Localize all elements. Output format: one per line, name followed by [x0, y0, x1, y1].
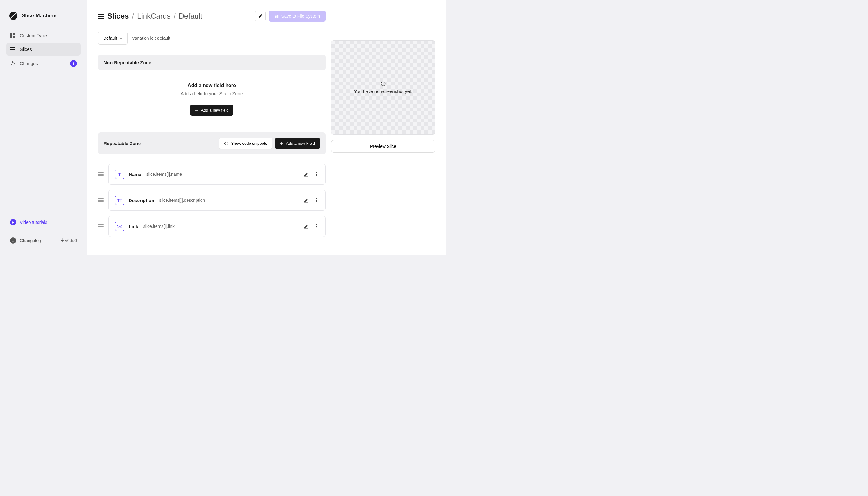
- field-row: Tᴛ Description slice.items[i].descriptio…: [98, 190, 326, 211]
- changelog-row[interactable]: i Changelog v0.5.0: [6, 232, 81, 244]
- nonrepeatable-zone-empty: Add a new field here Add a field to your…: [98, 71, 326, 133]
- svg-rect-5: [10, 50, 15, 51]
- menu-icon[interactable]: [98, 13, 104, 19]
- more-menu-icon[interactable]: [313, 171, 319, 177]
- add-field-button-static[interactable]: Add a new field: [190, 105, 234, 115]
- repeatable-zone-header: Repeatable Zone Show code snippets Add a…: [98, 133, 326, 154]
- sidebar: Slice Machine Custom Types Slices Change…: [0, 0, 87, 255]
- info-icon: i: [10, 237, 16, 244]
- sidebar-item-changes[interactable]: Changes 2: [6, 57, 81, 71]
- pencil-icon: [258, 14, 263, 19]
- zone-title: Non-Repeatable Zone: [104, 60, 151, 65]
- text-type-icon: T: [115, 170, 124, 179]
- field-actions: [304, 223, 319, 229]
- play-icon: [10, 219, 16, 226]
- sidebar-item-label: Changes: [20, 61, 38, 66]
- preview-label: Preview Slice: [370, 144, 396, 149]
- svg-point-7: [316, 174, 317, 175]
- svg-point-9: [316, 198, 317, 199]
- field-name: Description: [129, 198, 154, 203]
- pencil-icon[interactable]: [304, 223, 309, 229]
- sidebar-item-custom-types[interactable]: Custom Types: [6, 29, 81, 42]
- svg-point-12: [316, 224, 317, 225]
- header-actions: Save to File System: [255, 11, 326, 22]
- save-label: Save to File System: [281, 14, 320, 19]
- bolt-icon: [61, 238, 64, 243]
- more-menu-icon[interactable]: [313, 198, 319, 203]
- more-menu-icon[interactable]: [313, 223, 319, 229]
- slices-icon: [10, 46, 16, 52]
- save-button[interactable]: Save to File System: [269, 11, 326, 22]
- breadcrumb-default: Default: [179, 12, 202, 20]
- drag-handle-icon[interactable]: [98, 224, 104, 228]
- svg-point-6: [316, 172, 317, 173]
- right-panel: You have no screenshot yet. Preview Slic…: [331, 11, 435, 244]
- code-icon: [224, 141, 229, 146]
- show-snippets-label: Show code snippets: [231, 141, 267, 146]
- svg-point-14: [316, 228, 317, 229]
- field-row: T Name slice.items[i].name: [98, 164, 326, 185]
- video-tutorials-label: Video tutorials: [20, 220, 47, 225]
- breadcrumb-linkcards[interactable]: LinkCards: [137, 12, 170, 20]
- variation-dropdown[interactable]: Default: [98, 32, 128, 45]
- plus-icon: [280, 142, 284, 145]
- breadcrumb-root[interactable]: Slices: [107, 12, 129, 20]
- breadcrumb-sep: /: [132, 12, 134, 20]
- breadcrumb-sep: /: [174, 12, 176, 20]
- svg-point-11: [316, 202, 317, 202]
- sidebar-item-slices[interactable]: Slices: [6, 43, 81, 56]
- logo-row: Slice Machine: [0, 6, 87, 29]
- field-list: T Name slice.items[i].name Tᴛ Descriptio…: [98, 154, 326, 237]
- field-name: Link: [129, 224, 138, 229]
- add-field-button-repeat[interactable]: Add a new Field: [275, 138, 320, 149]
- dashboard-icon: [10, 33, 16, 38]
- richtext-type-icon: Tᴛ: [115, 196, 124, 205]
- nonrepeatable-zone-header: Non-Repeatable Zone: [98, 55, 326, 71]
- variation-selected: Default: [103, 36, 117, 41]
- add-field-label: Add a new field: [201, 108, 229, 112]
- zone-actions: Show code snippets Add a new Field: [219, 138, 320, 149]
- add-field-label: Add a new Field: [286, 141, 315, 146]
- show-snippets-button[interactable]: Show code snippets: [219, 138, 272, 149]
- empty-title: Add a new field here: [104, 83, 319, 88]
- field-card-link: Link slice.items[i].link: [108, 216, 326, 237]
- page-header: Slices / LinkCards / Default Save to Fil…: [98, 11, 326, 22]
- breadcrumb: Slices / LinkCards / Default: [98, 12, 202, 20]
- changes-badge: 2: [70, 60, 77, 67]
- preview-slice-button[interactable]: Preview Slice: [331, 140, 435, 153]
- screenshot-placeholder[interactable]: You have no screenshot yet.: [331, 40, 435, 135]
- nav: Custom Types Slices Changes 2: [0, 29, 87, 215]
- pencil-icon[interactable]: [304, 198, 309, 203]
- drag-handle-icon[interactable]: [98, 198, 104, 202]
- edit-button[interactable]: [255, 11, 266, 21]
- brand-name: Slice Machine: [22, 13, 57, 19]
- zone-title: Repeatable Zone: [104, 141, 141, 146]
- svg-rect-2: [13, 36, 15, 38]
- field-path: slice.items[i].description: [159, 198, 205, 203]
- drag-handle-icon[interactable]: [98, 172, 104, 176]
- link-type-icon: [115, 222, 124, 231]
- field-path: slice.items[i].name: [146, 172, 182, 177]
- variation-id-label: Variation id : default: [132, 36, 170, 41]
- sync-icon: [10, 61, 16, 66]
- info-outline-icon: [381, 81, 386, 86]
- empty-sub: Add a field to your Static Zone: [104, 91, 319, 96]
- logo-icon: [9, 12, 17, 20]
- no-screenshot-text: You have no screenshot yet.: [354, 89, 413, 94]
- svg-point-8: [316, 175, 317, 176]
- video-tutorials-link[interactable]: Video tutorials: [6, 215, 81, 232]
- field-card-name: T Name slice.items[i].name: [108, 164, 326, 185]
- main-left: Slices / LinkCards / Default Save to Fil…: [98, 11, 326, 244]
- field-name: Name: [129, 172, 141, 177]
- sidebar-footer: Video tutorials i Changelog v0.5.0: [0, 215, 87, 249]
- svg-rect-3: [10, 47, 15, 48]
- chevron-down-icon: [119, 37, 122, 39]
- svg-point-10: [316, 200, 317, 201]
- pencil-icon[interactable]: [304, 171, 309, 177]
- svg-point-13: [316, 226, 317, 227]
- version-label: v0.5.0: [61, 238, 77, 243]
- plus-icon: [195, 108, 199, 112]
- field-actions: [304, 171, 319, 177]
- svg-rect-17: [383, 83, 383, 84]
- field-card-description: Tᴛ Description slice.items[i].descriptio…: [108, 190, 326, 211]
